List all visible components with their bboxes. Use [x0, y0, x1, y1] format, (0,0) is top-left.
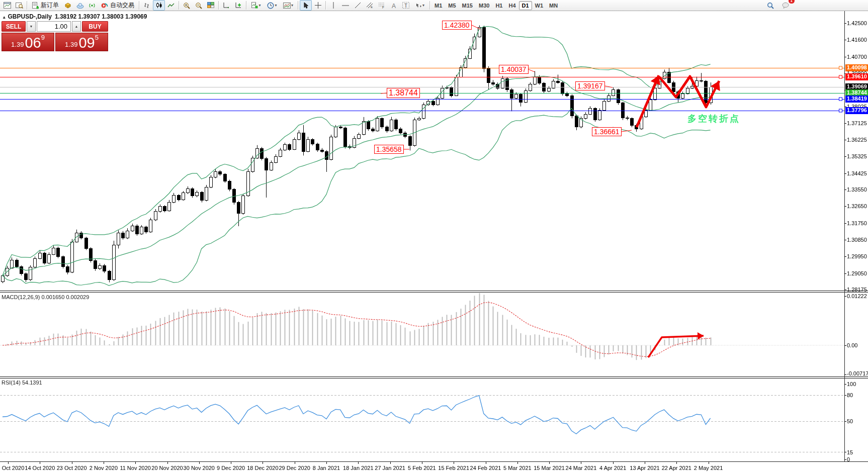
- symbol-timeframe-label: GBPUSD-,Daily: [8, 13, 52, 20]
- template-dropdown[interactable]: ▾: [280, 0, 296, 11]
- price-axis-label: 1.40700: [847, 54, 867, 60]
- vertical-line-button[interactable]: [327, 0, 339, 11]
- arrows-icon: [415, 3, 422, 9]
- sell-price[interactable]: 1.39 06 9: [2, 33, 54, 51]
- cursor-button[interactable]: [300, 0, 312, 11]
- timeframe-m30[interactable]: M30: [476, 1, 492, 10]
- date-axis-label: 20 Nov 2020: [151, 465, 183, 471]
- new-order-button[interactable]: 新订单: [29, 1, 62, 10]
- profile-button[interactable]: [74, 0, 86, 11]
- date-axis-label: 4 Apr 2021: [599, 465, 626, 471]
- text-label-icon: T: [402, 2, 409, 9]
- volume-increase-button[interactable]: ▲: [72, 21, 81, 32]
- volume-input[interactable]: [37, 21, 71, 32]
- tile-windows-button[interactable]: [205, 0, 217, 11]
- date-axis-label: Oct 2020: [2, 465, 25, 471]
- date-axis-label: 18 Jan 2021: [343, 465, 374, 471]
- bar-chart-button[interactable]: [141, 0, 153, 11]
- crosshair-button[interactable]: [312, 0, 324, 11]
- equidistant-channel-button[interactable]: E: [364, 0, 376, 11]
- period-dropdown[interactable]: ▾: [264, 0, 280, 11]
- notification-badge: 1: [789, 0, 795, 4]
- timeframe-mn[interactable]: MN: [546, 1, 561, 10]
- rsi-label: RSI(14) 54.1391: [2, 379, 42, 386]
- price-tag: 1.39610: [845, 73, 868, 80]
- date-axis-label: 8 Jan 2021: [313, 465, 340, 471]
- date-axis-label: 30 Nov 2020: [184, 465, 215, 471]
- toolbar-separator: [179, 1, 179, 10]
- autotrade-button[interactable]: 自动交易: [98, 1, 137, 10]
- timeframe-w1[interactable]: W1: [532, 1, 547, 10]
- timeframe-h4[interactable]: H4: [505, 1, 518, 10]
- text-label-button[interactable]: T: [400, 0, 412, 11]
- date-axis-label: 27 Jan 2021: [375, 465, 405, 471]
- toolbar-separator: [298, 1, 298, 10]
- trendline-button[interactable]: [352, 0, 364, 11]
- price-axis-label: 1.28175: [847, 287, 867, 293]
- date-axis-label: 22 Apr 2021: [662, 465, 691, 471]
- signals-button[interactable]: [86, 0, 98, 11]
- rsi-axis-label: 15: [847, 449, 853, 455]
- shapes-dropdown[interactable]: ▾: [412, 0, 428, 11]
- chart-profile-button[interactable]: [13, 0, 25, 11]
- text-button[interactable]: A: [388, 0, 400, 11]
- chevron-down-icon: ▾: [275, 3, 277, 8]
- tile-windows-icon: [207, 2, 214, 9]
- date-axis-label: 29 Dec 2020: [279, 465, 310, 471]
- rsi-axis-label: 0: [847, 456, 850, 462]
- timeframe-d1[interactable]: D1: [519, 1, 532, 10]
- zoom-out-button[interactable]: [193, 0, 205, 11]
- profile-cloud-icon: [76, 3, 84, 9]
- volume-decrease-button[interactable]: ▼: [27, 21, 36, 32]
- rsi-axis-label: 100: [847, 381, 856, 387]
- template-icon: [283, 3, 291, 9]
- autotrade-label: 自动交易: [110, 1, 134, 10]
- chart-canvas[interactable]: [0, 0, 868, 475]
- toolbar-separator: [27, 1, 27, 10]
- date-axis-label: 5 Feb 2021: [408, 465, 436, 471]
- fibonacci-button[interactable]: F: [376, 0, 388, 11]
- price-axis-label: 1.32650: [847, 203, 867, 209]
- price-axis-label: 1.31750: [847, 220, 867, 226]
- candlestick-button[interactable]: [153, 0, 165, 11]
- date-axis-label: 15 Mar 2021: [534, 465, 565, 471]
- price-axis-label: 1.34425: [847, 170, 867, 176]
- chevron-down-icon: ▾: [422, 3, 424, 8]
- timeframe-m15[interactable]: M15: [459, 1, 476, 10]
- timeframe-m5[interactable]: M5: [445, 1, 459, 10]
- toolbar: 新订单 自动交易 ▾ ▾ ▾: [0, 0, 868, 11]
- new-chart-button[interactable]: [1, 0, 13, 11]
- search-button[interactable]: [764, 0, 776, 11]
- deposit-button[interactable]: [62, 0, 74, 11]
- price-axis-label: 1.36225: [847, 137, 867, 143]
- macd-axis-label: 0.00: [847, 342, 857, 348]
- price-tag: 1.37796: [845, 107, 868, 114]
- macd-axis-label: 0.01222: [847, 293, 867, 299]
- indicator-window-button[interactable]: [220, 0, 232, 11]
- chevron-down-icon: ▾: [258, 3, 261, 8]
- indicator-window-icon: [223, 2, 230, 9]
- date-axis-label: 11 Nov 2020: [120, 465, 151, 471]
- timeframe-h1[interactable]: H1: [492, 1, 505, 10]
- buy-button[interactable]: BUY: [82, 21, 108, 32]
- date-axis-label: 9 Dec 2020: [217, 465, 245, 471]
- trendline-icon: [355, 2, 361, 9]
- date-axis-label: 2 Nov 2020: [90, 465, 118, 471]
- add-indicator-icon: [251, 2, 258, 9]
- chat-button[interactable]: 1: [779, 0, 792, 11]
- horizontal-line-button[interactable]: [339, 0, 352, 11]
- buy-price[interactable]: 1.39 09 5: [55, 33, 108, 51]
- zoom-in-button[interactable]: [181, 0, 193, 11]
- zoom-out-icon: [195, 2, 202, 9]
- add-indicator-dropdown[interactable]: ▾: [248, 0, 264, 11]
- indicator-add-button[interactable]: [232, 0, 244, 11]
- svg-text:E: E: [371, 6, 373, 9]
- buy-price-pip: 5: [95, 34, 99, 41]
- sell-price-main: 06: [25, 37, 41, 49]
- line-chart-button[interactable]: [165, 0, 177, 11]
- date-axis-label: 15 Feb 2021: [438, 465, 469, 471]
- search-icon: [767, 2, 774, 9]
- cursor-icon: [303, 2, 309, 9]
- sell-button[interactable]: SELL: [2, 21, 26, 32]
- timeframe-m1[interactable]: M1: [431, 1, 445, 10]
